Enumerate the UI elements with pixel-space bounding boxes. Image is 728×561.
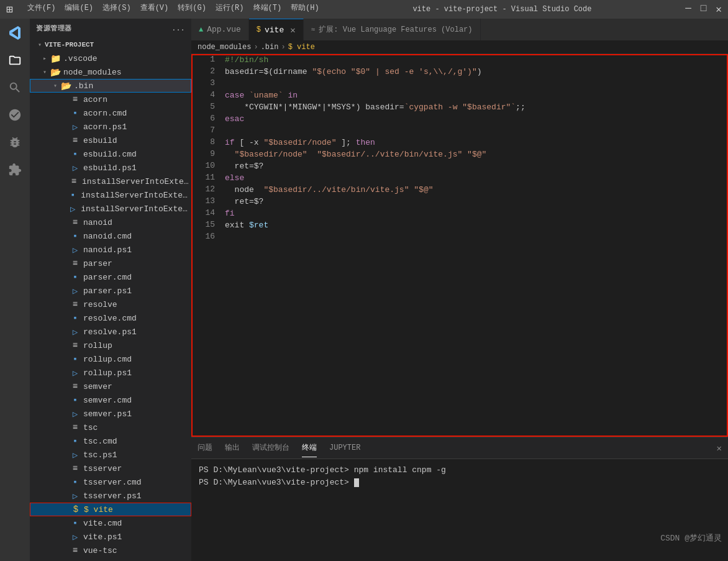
tree-label-bin: .bin (74, 81, 93, 91)
tree-label-installserver-ps1: installServerIntoExtension.ps1 (81, 204, 191, 214)
tree-item-acorn-ps1[interactable]: ▷ acorn.ps1 (30, 120, 191, 134)
menu-select[interactable]: 选择(S) (102, 2, 131, 16)
activity-explorer-icon[interactable] (4, 49, 26, 71)
tree-item-semver-ps1[interactable]: ▷ semver.ps1 (30, 407, 191, 421)
tree-item-node-modules[interactable]: ▾ 📂 node_modules (30, 65, 191, 79)
tree-item-resolve-cmd[interactable]: ▪ resolve.cmd (30, 311, 191, 325)
line-num-13: 13 (191, 196, 222, 208)
tree-item-rollup[interactable]: ≡ rollup (30, 339, 191, 352)
tab-app-vue[interactable]: ▲ App.vue (191, 19, 249, 40)
file-icon-parser: ≡ (70, 258, 81, 268)
tree-label-tsserver: tsserver (83, 464, 122, 473)
tree-item-installserver-ps1[interactable]: ▷ installServerIntoExtension.ps1 (30, 202, 191, 216)
tree-item-bin[interactable]: ▾ 📂 .bin (30, 79, 191, 93)
breadcrumb-part-2[interactable]: .bin (261, 43, 279, 52)
editor-area: ▲ App.vue $ vite ✕ ≈ 扩展: Vue Language Fe… (191, 19, 728, 561)
tree-item-semver[interactable]: ≡ semver (30, 380, 191, 393)
tree-item-installserver[interactable]: ≡ installServerIntoExtension (30, 175, 191, 188)
tree-item-nanoid-ps1[interactable]: ▷ nanoid.ps1 (30, 243, 191, 257)
tree-label-vite-cmd: vite.cmd (83, 519, 122, 528)
menu-bar[interactable]: ⊞ 文件(F) 编辑(E) 选择(S) 查看(V) 转到(G) 运行(R) 终端… (6, 2, 319, 16)
tree-item-tsc-cmd[interactable]: ▪ tsc.cmd (30, 434, 191, 448)
tree-label-vscode: .vscode (63, 54, 98, 63)
activity-vscode-icon[interactable] (4, 22, 26, 44)
tree-label-rollup-cmd: rollup.cmd (83, 355, 132, 364)
tree-item-acorn-cmd[interactable]: ▪ acorn.cmd (30, 106, 191, 120)
titlebar: ⊞ 文件(F) 编辑(E) 选择(S) 查看(V) 转到(G) 运行(R) 终端… (0, 0, 728, 19)
tree-item-esbuild-cmd[interactable]: ▪ esbuild.cmd (30, 147, 191, 161)
tree-item-resolve-ps1[interactable]: ▷ resolve.ps1 (30, 325, 191, 339)
file-icon-rollup-ps1: ▷ (70, 368, 81, 378)
activity-extensions-icon[interactable] (4, 158, 26, 181)
panel-close-icon[interactable]: ✕ (717, 443, 722, 454)
panel-tab-terminal[interactable]: 终端 (302, 439, 317, 457)
file-icon-tsserver-ps1: ▷ (70, 491, 81, 501)
tree-label-vue-tsc: vue-tsc (83, 546, 117, 555)
tree-item-resolve[interactable]: ≡ resolve (30, 298, 191, 311)
panel-tab-jupyter[interactable]: JUPYTER (329, 440, 360, 457)
tree-label-tsserver-ps1: tsserver.ps1 (83, 491, 142, 501)
tab-vite[interactable]: $ vite ✕ (249, 19, 304, 40)
window-controls[interactable]: ─ □ ✕ (685, 3, 722, 16)
tab-close-icon[interactable]: ✕ (290, 25, 295, 35)
tree-item-acorn[interactable]: ≡ acorn (30, 93, 191, 106)
tree-item-esbuild-ps1[interactable]: ▷ esbuild.ps1 (30, 161, 191, 175)
file-icon-semver: ≡ (70, 381, 81, 391)
tree-label-semver-ps1: semver.ps1 (83, 409, 132, 419)
activity-search-icon[interactable] (4, 76, 26, 99)
menu-edit[interactable]: 编辑(E) (65, 2, 93, 16)
tree-item-vite[interactable]: $ $ vite (30, 503, 191, 516)
line-num-7: 7 (191, 125, 222, 137)
activity-git-icon[interactable] (4, 104, 26, 126)
menu-run[interactable]: 运行(R) (216, 2, 244, 16)
menu-terminal[interactable]: 终端(T) (253, 2, 282, 16)
tree-item-tsc[interactable]: ≡ tsc (30, 421, 191, 434)
tree-item-tsc-ps1[interactable]: ▷ tsc.ps1 (30, 448, 191, 462)
tree-item-vscode[interactable]: ▸ 📁 .vscode (30, 52, 191, 65)
menu-goto[interactable]: 转到(G) (178, 2, 206, 16)
terminal-content[interactable]: PS D:\MyLean\vue3\vite-project> npm inst… (191, 459, 728, 561)
tree-item-rollup-cmd[interactable]: ▪ rollup.cmd (30, 352, 191, 366)
tab-extension-volar[interactable]: ≈ 扩展: Vue Language Features (Volar) (304, 19, 481, 40)
tree-item-semver-cmd[interactable]: ▪ semver.cmd (30, 393, 191, 407)
panel-tab-problems[interactable]: 问题 (198, 439, 212, 457)
maximize-button[interactable]: □ (701, 3, 707, 16)
tree-label-installserver-cmd: installServerIntoExtension.cmd (81, 191, 191, 200)
code-line-4: 4 case `uname` in (191, 89, 728, 101)
tree-item-rollup-ps1[interactable]: ▷ rollup.ps1 (30, 366, 191, 380)
tree-item-vite-cmd[interactable]: ▪ vite.cmd (30, 516, 191, 530)
panel-tab-output[interactable]: 输出 (225, 439, 240, 457)
folder-icon: 📁 (50, 53, 61, 64)
activity-debug-icon[interactable] (4, 131, 26, 153)
tree-item-parser-ps1[interactable]: ▷ parser.ps1 (30, 284, 191, 298)
menu-help[interactable]: 帮助(H) (291, 2, 319, 16)
sidebar-more-icon[interactable]: ... (172, 25, 185, 32)
code-line-9: 9 "$basedir/node" "$basedir/../vite/bin/… (191, 148, 728, 160)
code-editor[interactable]: 1 #!/bin/sh 2 basedir=$(dirname "$(echo … (191, 54, 728, 437)
sidebar-header: 资源管理器 ... (30, 19, 191, 38)
tree-item-esbuild[interactable]: ≡ esbuild (30, 134, 191, 147)
tree-item-vue-tsc[interactable]: ≡ vue-tsc (30, 544, 191, 557)
breadcrumb-part-1[interactable]: node_modules (198, 43, 251, 52)
tree-item-parser[interactable]: ≡ parser (30, 257, 191, 270)
tree-item-parser-cmd[interactable]: ▪ parser.cmd (30, 270, 191, 284)
tree-item-vite-ps1[interactable]: ▷ vite.ps1 (30, 530, 191, 544)
tree-label-vite-ps1: vite.ps1 (83, 532, 122, 542)
tree-project-root[interactable]: ▾ VITE-PROJECT (30, 38, 191, 52)
tree-item-nanoid[interactable]: ≡ nanoid (30, 216, 191, 229)
menu-file[interactable]: 文件(F) (27, 2, 56, 16)
tree-item-tsserver-ps1[interactable]: ▷ tsserver.ps1 (30, 489, 191, 503)
menu-view[interactable]: 查看(V) (140, 2, 169, 16)
minimize-button[interactable]: ─ (685, 3, 691, 16)
breadcrumb-part-3[interactable]: $ vite (288, 43, 315, 52)
tree-item-installserver-cmd[interactable]: ▪ installServerIntoExtension.cmd (30, 188, 191, 202)
panel-tab-debug-console[interactable]: 调试控制台 (252, 439, 289, 457)
tree-label-node-modules: node_modules (63, 68, 122, 77)
tree-item-nanoid-cmd[interactable]: ▪ nanoid.cmd (30, 229, 191, 243)
file-icon-acorn-ps1: ▷ (70, 122, 81, 132)
tree-item-tsserver-cmd[interactable]: ▪ tsserver.cmd (30, 475, 191, 489)
line-content-15: exit $ret (222, 219, 728, 231)
tab-label-app-vue: App.vue (207, 25, 241, 34)
close-button[interactable]: ✕ (716, 3, 722, 16)
tree-item-tsserver[interactable]: ≡ tsserver (30, 462, 191, 475)
